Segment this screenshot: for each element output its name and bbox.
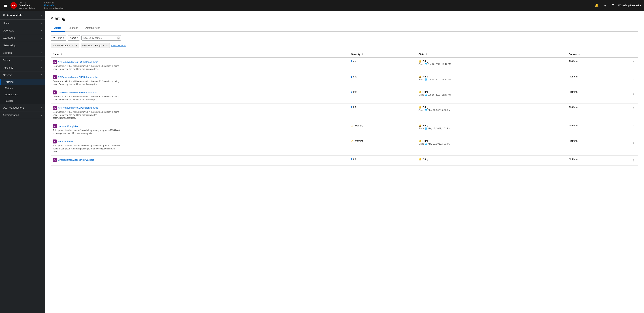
state-label: Firing: [422, 75, 428, 78]
sidebar-role-switcher[interactable]: ⚙ Administrator ▾: [0, 11, 45, 20]
filter-button[interactable]: ▼ Filter ▾: [50, 35, 66, 41]
search-input[interactable]: [81, 35, 121, 41]
state-firing: 🔔 Firing: [418, 91, 564, 93]
user-management-chevron: ›: [41, 107, 42, 109]
severity-sort-icon[interactable]: ⇕: [362, 53, 363, 55]
state-sort-icon[interactable]: ⇕: [426, 53, 427, 55]
table-row: AL APIRemovedInNextEUSReleaseInUse Depre…: [50, 58, 638, 73]
name-sort-icon[interactable]: ⇕: [60, 53, 62, 55]
row-menu-button[interactable]: ⋮: [631, 158, 636, 163]
row-menu-button[interactable]: ⋮: [631, 91, 636, 96]
row-menu-button[interactable]: ⋮: [631, 140, 636, 145]
sidebar-item-alerting[interactable]: Alerting: [0, 79, 45, 85]
sidebar-item-observe[interactable]: Observe ˅: [0, 72, 45, 79]
source-cell: Platform: [566, 104, 629, 122]
severity-cell: ℹ Info: [349, 156, 416, 166]
alert-name-link-text[interactable]: APIRemovedInNextEUSReleaseInUse: [58, 76, 98, 79]
alert-name-link: AL APIRemovedInNextEUSReleaseInUse: [53, 106, 347, 110]
main-content: Alerting Alerts Silences Alerting rules …: [45, 11, 644, 313]
info-severity-icon: ℹ: [351, 60, 352, 63]
sidebar-item-targets[interactable]: Targets: [0, 98, 45, 104]
sidebar-item-administration[interactable]: Administration ›: [0, 111, 45, 119]
sidebar-item-storage[interactable]: Storage ›: [0, 49, 45, 57]
powered-by-subtitle: Enterprise Virtualization: [44, 7, 63, 9]
state-label: Firing: [422, 140, 428, 142]
clear-all-filters-button[interactable]: Clear all filters: [111, 44, 126, 47]
filter-tags: Source Platform ✕ ⊗ Alert State Firing ✕…: [50, 43, 638, 48]
brand-container-platform: Container Platform: [19, 7, 36, 9]
add-button[interactable]: ＋: [603, 3, 608, 8]
info-severity-icon: ℹ: [351, 106, 352, 109]
bell-icon: 🔔: [418, 75, 422, 78]
name-cell: AL SimpleContentAccessNotAvailable: [50, 156, 349, 166]
source-sort-icon[interactable]: ⇕: [578, 53, 580, 55]
severity-label: Warning: [354, 124, 363, 127]
sidebar-item-metrics[interactable]: Metrics: [0, 85, 45, 91]
tab-silences[interactable]: Silences: [65, 25, 82, 32]
notifications-button[interactable]: 🔔: [594, 3, 599, 8]
source-tag-remove[interactable]: ✕: [72, 44, 74, 47]
filter-tag-alert-state: Alert State Firing ✕ ⊗: [81, 43, 110, 48]
sidebar-item-dashboards[interactable]: Dashboards: [0, 91, 45, 98]
alert-name-link-text[interactable]: APIRemovedInNextEUSReleaseInUse: [58, 106, 98, 109]
severity-cell: ℹ Info: [349, 73, 416, 88]
ibm-text: IBM: [44, 4, 49, 7]
sidebar-item-builds[interactable]: Builds ›: [0, 57, 45, 64]
alert-name-cell: AL KubeJobCompletion Job openshift-authe…: [53, 124, 347, 135]
alert-name-cell: AL APIRemovedInNextEUSReleaseInUse Depre…: [53, 106, 347, 120]
tab-alerting-rules[interactable]: Alerting rules: [82, 25, 104, 32]
builds-chevron: ›: [41, 59, 42, 61]
name-cell: AL KubeJobFailed Job openshift-authentic…: [50, 137, 349, 155]
name-dropdown[interactable]: Name ▾: [68, 35, 80, 41]
alert-state-tag-clear-group[interactable]: ⊗: [106, 44, 108, 47]
sidebar-item-workloads[interactable]: Workloads ›: [0, 34, 45, 42]
source-cell: Platform: [566, 73, 629, 88]
state-cell: 🔔 Firing Since 🌐 May 18, 2022, 3:02 PM: [416, 122, 566, 137]
state-since: Since 🌐 May 18, 2022, 3:02 PM: [418, 127, 564, 130]
state-value: 🔔 Firing Since 🌐 Jun 18, 2022, 11:44 AM: [418, 75, 564, 81]
alert-name-link-text[interactable]: KubeJobCompletion: [58, 125, 79, 128]
row-menu-button[interactable]: ⋮: [631, 60, 636, 65]
alert-name-link-text[interactable]: APIRemovedInNextEUSReleaseInUse: [58, 91, 98, 94]
sidebar-item-networking[interactable]: Networking ›: [0, 42, 45, 49]
svg-text:RH: RH: [12, 4, 16, 7]
workloads-chevron: ›: [41, 37, 42, 39]
alert-name-link-text[interactable]: SimpleContentAccessNotAvailable: [58, 158, 94, 161]
source-tag-clear-group[interactable]: ⊗: [76, 44, 78, 47]
alert-name-link-text[interactable]: APIRemovedInNextEUSReleaseInUse: [58, 61, 98, 63]
brand-redhat: Red Hat: [19, 2, 36, 4]
state-since: Since 🌐 Jun 18, 2022, 11:44 AM: [418, 78, 564, 81]
info-severity-icon: ℹ: [351, 158, 352, 161]
alert-name-link-text[interactable]: KubeJobFailed: [58, 140, 74, 143]
sidebar-item-user-management[interactable]: User Management ›: [0, 104, 45, 111]
severity-cell: ⚠ Warning: [349, 137, 416, 155]
state-label: Firing: [422, 106, 428, 109]
source-tag-value: Platform: [61, 44, 70, 47]
sidebar-item-operators[interactable]: Operators ›: [0, 27, 45, 34]
alert-state-tag-remove[interactable]: ✕: [102, 44, 104, 47]
alert-description: Deprecated API that will be removed in t…: [53, 111, 122, 120]
alert-name-cell: AL SimpleContentAccessNotAvailable: [53, 158, 347, 162]
globe-icon: 🌐: [425, 63, 427, 66]
menu-button[interactable]: ☰: [3, 2, 8, 9]
row-menu-button[interactable]: ⋮: [631, 124, 636, 130]
user-menu[interactable]: Workshop User 01 ▾: [618, 4, 641, 7]
sidebar-item-pipelines[interactable]: Pipelines ›: [0, 64, 45, 72]
filter-icon: ▼: [53, 37, 55, 39]
row-menu-button[interactable]: ⋮: [631, 106, 636, 111]
tab-alerts[interactable]: Alerts: [50, 25, 65, 32]
severity-label: Info: [353, 106, 357, 109]
observe-submenu: Alerting Metrics Dashboards Targets: [0, 79, 45, 104]
table-row: AL SimpleContentAccessNotAvailable ℹ Inf…: [50, 156, 638, 166]
state-firing: 🔔 Firing: [418, 106, 564, 109]
help-button[interactable]: ?: [611, 3, 614, 8]
alert-badge: AL: [53, 60, 57, 64]
observe-chevron: ˅: [41, 74, 42, 76]
alert-name-cell: AL APIRemovedInNextEUSReleaseInUse Depre…: [53, 60, 347, 71]
sidebar-item-home[interactable]: Home ›: [0, 20, 45, 27]
col-name: Name ⇕: [50, 51, 349, 58]
filter-bar: ▼ Filter ▾ Name ▾ /: [50, 35, 638, 41]
actions-cell: ⋮: [629, 88, 638, 104]
brand-openshift: OpenShift: [19, 4, 36, 7]
row-menu-button[interactable]: ⋮: [631, 75, 636, 81]
